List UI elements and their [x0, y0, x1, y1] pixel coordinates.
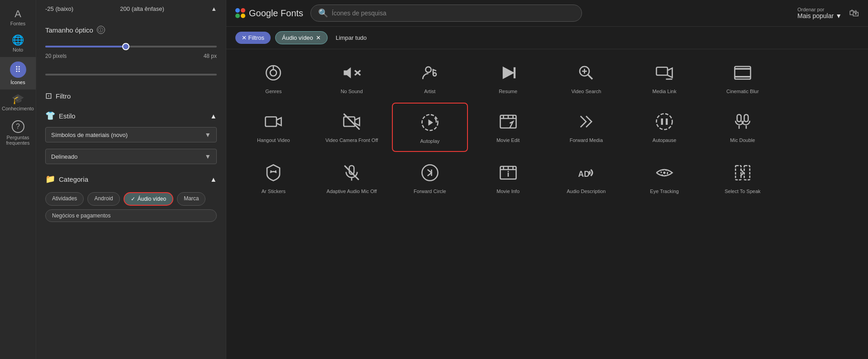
icon-card-adaptive-audio-mic-off[interactable]: Adaptive Audio Mic Off	[314, 154, 390, 201]
slider-min-label: 20 pixels	[45, 53, 67, 59]
chip-negocios[interactable]: Negócios e pagamentos	[45, 209, 217, 222]
icon-card-autoplay[interactable]: Autoplay	[392, 103, 468, 151]
icon-card-forward-media[interactable]: Forward Media	[548, 103, 625, 151]
icon-label: Movie Edit	[496, 137, 520, 143]
icon-label: Resume	[499, 88, 517, 94]
search-input[interactable]	[332, 9, 574, 17]
optical-size-section: Tamanho óptico ⓘ	[45, 22, 217, 34]
svg-line-11	[588, 75, 593, 79]
brand-name: Google Fonts	[249, 8, 303, 19]
chevron-down-icon: ▼	[205, 131, 211, 138]
style-dropdown-value: Símbolos de materiais (novo)	[51, 132, 128, 138]
icon-card-movie-edit[interactable]: Movie Edit	[470, 103, 546, 151]
svg-point-52	[663, 171, 666, 174]
close-audio-icon[interactable]: ✕	[316, 34, 321, 41]
sort-dropdown[interactable]: Ordenar por Mais popular ▼	[797, 7, 842, 19]
icon-card-artist[interactable]: Artist	[392, 54, 468, 101]
media-link-icon	[653, 62, 675, 84]
sidebar-item-noto[interactable]: 🌐 Noto	[0, 31, 36, 57]
topbar: Google Fonts 🔍 Ordenar por Mais popular …	[226, 0, 868, 27]
icon-card-mic-double[interactable]: Mic Double	[705, 103, 781, 151]
icon-label: Audio Description	[567, 188, 606, 194]
categoria-collapse-icon[interactable]: ▲	[210, 175, 217, 183]
icon-label: Eye Tracking	[650, 188, 679, 194]
sort-value[interactable]: Mais popular ▼	[797, 12, 842, 19]
svg-point-36	[270, 170, 272, 172]
icon-card-video-search[interactable]: Video Search	[548, 54, 625, 101]
artist-icon	[419, 62, 441, 84]
sidebar-item-label: Noto	[13, 47, 23, 52]
sidebar-item-faq[interactable]: ? Perguntas frequentes	[0, 116, 36, 150]
icon-label: Artist	[424, 88, 435, 94]
filters-chip[interactable]: ✕ Filtros	[235, 32, 271, 44]
icon-card-genres[interactable]: Genres	[235, 54, 312, 101]
svg-rect-32	[737, 115, 741, 122]
topbar-right: Ordenar por Mais popular ▼ 🛍	[797, 7, 859, 19]
chevron-down-icon: ▼	[205, 153, 211, 160]
range-labels: -25 (baixo) 200 (alta ênfase) ▲	[45, 0, 217, 16]
left-navigation: A Fontes 🌐 Noto ⠿ Ícones 🎓 Conhecimento …	[0, 0, 36, 359]
sidebar-item-icones[interactable]: ⠿ Ícones	[0, 57, 36, 90]
icon-card-resume[interactable]: Resume	[470, 54, 546, 101]
icon-label: Cinematic Blur	[726, 88, 759, 94]
globe-icon: 🌐	[12, 35, 24, 45]
no-sound-icon	[341, 62, 362, 84]
style-dropdown[interactable]: Símbolos de materiais (novo) ▼	[45, 127, 217, 142]
svg-marker-8	[502, 66, 514, 79]
categoria-label: Categoria	[59, 175, 88, 183]
secondary-slider[interactable]	[45, 74, 217, 76]
clear-all-button[interactable]: Limpar tudo	[332, 32, 371, 44]
icon-card-hangout-video[interactable]: Hangout Video	[235, 103, 312, 151]
icon-card-audio-description[interactable]: AD Audio Description	[548, 154, 625, 201]
svg-line-20	[344, 114, 360, 130]
estilo-label: Estilo	[59, 112, 76, 120]
icon-card-no-sound[interactable]: No Sound	[314, 54, 390, 101]
chip-marca[interactable]: Marca	[177, 192, 205, 206]
movie-edit-icon	[497, 111, 519, 132]
settings-panel: -25 (baixo) 200 (alta ênfase) ▲ Tamanho …	[36, 0, 226, 359]
icon-label: Mic Double	[730, 137, 755, 143]
filtro-section: ⊡ Filtro	[45, 87, 217, 101]
estilo-collapse-icon[interactable]: ▲	[210, 112, 217, 120]
icon-card-ar-stickers[interactable]: Ar Stickers	[235, 154, 312, 201]
icon-card-forward-circle[interactable]: Forward Circle	[392, 154, 468, 201]
chip-audio-video[interactable]: ✓ Áudio vídeo	[124, 192, 173, 206]
icon-card-media-link[interactable]: Media Link	[626, 54, 703, 101]
autoplay-icon	[419, 112, 441, 133]
forward-media-icon	[575, 111, 597, 132]
sidebar-item-label: Fontes	[10, 21, 26, 26]
chip-atividades[interactable]: Atividades	[45, 192, 84, 206]
genres-icon	[262, 62, 284, 84]
folder-icon: 📁	[45, 174, 55, 184]
info-icon[interactable]: ⓘ	[97, 26, 105, 34]
icon-card-video-camera-front-off[interactable]: Video Camera Front Off	[314, 103, 390, 151]
icon-label: No Sound	[341, 88, 363, 94]
svg-marker-3	[344, 67, 351, 79]
icon-card-cinematic-blur[interactable]: Cinematic Blur	[705, 54, 781, 101]
audio-video-label: Áudio vídeo	[282, 34, 313, 41]
shopping-bag-icon[interactable]: 🛍	[849, 7, 859, 19]
icon-label: Forward Media	[570, 137, 603, 143]
svg-point-49	[507, 171, 509, 172]
slider-max-label: 48 px	[204, 53, 217, 59]
svg-rect-54	[744, 165, 749, 180]
collapse-icon[interactable]: ▲	[211, 5, 217, 12]
main-content: Google Fonts 🔍 Ordenar por Mais popular …	[226, 0, 868, 359]
icon-card-autopause[interactable]: Autopause	[626, 103, 703, 151]
icon-card-movie-info[interactable]: Movie Info	[470, 154, 546, 201]
estilo-section: 👕 Estilo ▲	[45, 107, 217, 121]
audio-video-chip[interactable]: Áudio vídeo ✕	[275, 31, 328, 44]
icon-card-select-to-speak[interactable]: Select To Speak	[705, 154, 781, 201]
weight-dropdown-value: Delineado	[51, 153, 78, 160]
svg-rect-53	[735, 165, 741, 180]
icon-card-eye-tracking[interactable]: Eye Tracking	[626, 154, 703, 201]
cinematic-blur-icon	[732, 62, 754, 84]
search-bar[interactable]: 🔍	[310, 5, 582, 22]
weight-dropdown[interactable]: Delineado ▼	[45, 149, 217, 164]
optical-size-slider[interactable]: 20 pixels 48 px	[45, 40, 217, 59]
sidebar-item-conhecimento[interactable]: 🎓 Conhecimento	[0, 90, 36, 116]
icons-area: Genres No Sound Artist	[226, 49, 868, 359]
svg-point-1	[270, 70, 277, 76]
sidebar-item-fontes[interactable]: A Fontes	[0, 5, 36, 31]
chip-android[interactable]: Android	[87, 192, 119, 206]
